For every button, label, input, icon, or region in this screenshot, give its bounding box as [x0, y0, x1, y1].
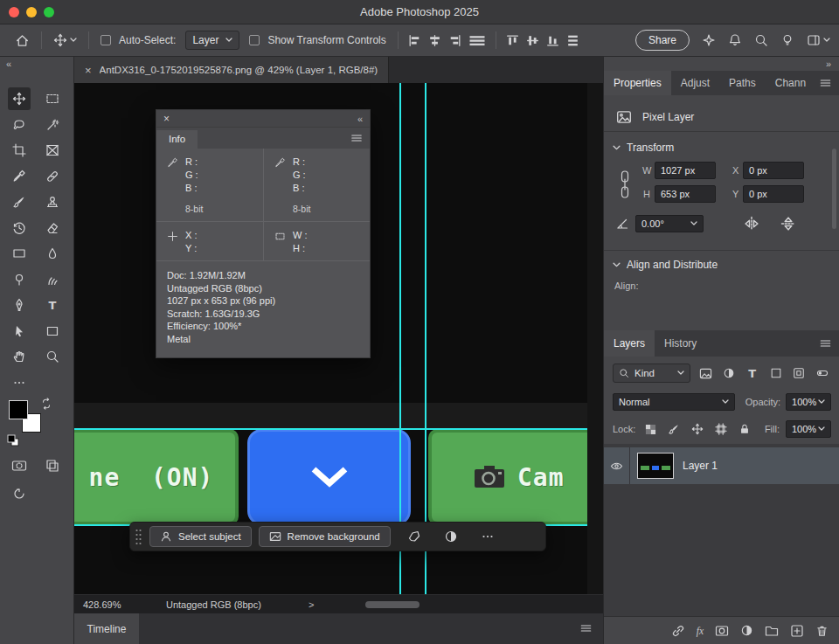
- collapse-panels-icon[interactable]: »: [826, 59, 831, 69]
- pen-tool[interactable]: [8, 294, 31, 316]
- path-selection-tool[interactable]: [8, 320, 31, 343]
- tab-channels[interactable]: Chann: [766, 71, 815, 95]
- default-colors-icon[interactable]: [7, 434, 19, 449]
- eyedropper-tool[interactable]: [8, 165, 31, 188]
- clone-stamp-tool[interactable]: [41, 190, 64, 213]
- quick-mask-button[interactable]: [8, 454, 31, 477]
- opacity-dropdown[interactable]: 100%: [786, 393, 831, 411]
- collapse-panel-icon[interactable]: «: [357, 114, 363, 124]
- tool-preset-button[interactable]: [51, 31, 80, 50]
- width-field[interactable]: 1027 px: [655, 162, 716, 179]
- horizontal-scrollbar[interactable]: [365, 601, 420, 608]
- tab-adjustments[interactable]: Adjust: [671, 71, 719, 95]
- filter-shape-layers-button[interactable]: [767, 364, 785, 382]
- bit-depth[interactable]: 8-bit: [185, 204, 258, 214]
- align-middle-vertical-icon[interactable]: [525, 33, 540, 48]
- height-field[interactable]: 653 px: [655, 185, 716, 203]
- tab-layers[interactable]: Layers: [604, 330, 655, 357]
- lasso-tool[interactable]: [8, 114, 31, 136]
- crop-tool[interactable]: [8, 139, 31, 162]
- auto-select-target-dropdown[interactable]: Layer: [185, 31, 239, 50]
- document-tab[interactable]: × AntDX316_0-1752019525876.png @ 429% (L…: [74, 57, 389, 83]
- drag-handle-icon[interactable]: [135, 528, 142, 545]
- filter-kind-dropdown[interactable]: Kind: [613, 364, 690, 383]
- rectangular-marquee-tool[interactable]: [41, 87, 64, 110]
- trash-icon[interactable]: [815, 624, 829, 638]
- eraser-tool[interactable]: [41, 217, 64, 239]
- eyedropper-icon[interactable]: [167, 157, 178, 169]
- guide-vertical[interactable]: [399, 83, 401, 594]
- foreground-color-swatch[interactable]: [9, 400, 28, 419]
- bit-depth[interactable]: 8-bit: [293, 204, 364, 214]
- layer-visibility-toggle[interactable]: [604, 447, 630, 484]
- link-icon[interactable]: [671, 624, 685, 638]
- rotation-angle-dropdown[interactable]: 0.00°: [635, 215, 704, 232]
- search-icon[interactable]: [754, 33, 768, 47]
- filter-type-layers-button[interactable]: T: [744, 364, 761, 382]
- close-tab-icon[interactable]: ×: [85, 64, 92, 77]
- move-tool[interactable]: [8, 87, 31, 110]
- lock-position-button[interactable]: [689, 420, 706, 438]
- guide-vertical[interactable]: [425, 83, 426, 594]
- lock-artboard-button[interactable]: [712, 420, 730, 438]
- tab-info[interactable]: Info: [156, 130, 198, 149]
- filter-smart-objects-button[interactable]: [790, 364, 808, 382]
- panel-menu-button[interactable]: [819, 71, 839, 95]
- align-right-icon[interactable]: [447, 33, 462, 48]
- zoom-tool[interactable]: [41, 345, 64, 368]
- tab-properties[interactable]: Properties: [604, 71, 671, 95]
- canvas[interactable]: ne (ON) Cam ×: [74, 83, 603, 594]
- blur-tool[interactable]: [41, 242, 64, 265]
- align-top-icon[interactable]: [505, 33, 520, 48]
- bell-icon[interactable]: [728, 33, 742, 47]
- brush-tool[interactable]: [8, 190, 31, 213]
- status-options-chevron[interactable]: >: [309, 599, 314, 610]
- eyedropper-icon[interactable]: [274, 157, 286, 169]
- lightbulb-icon[interactable]: [780, 33, 794, 47]
- show-transform-controls-checkbox[interactable]: Show Transform Controls: [246, 31, 388, 49]
- more-tools-button[interactable]: [8, 371, 31, 394]
- info-panel-header[interactable]: × «: [156, 110, 370, 128]
- frame-tool[interactable]: [41, 139, 64, 162]
- workspace-toggle[interactable]: [807, 33, 830, 47]
- edit-in-modeler-button[interactable]: [8, 482, 31, 505]
- object-selection-tool[interactable]: [41, 114, 64, 136]
- filter-adjustment-layers-button[interactable]: [720, 364, 738, 382]
- folder-icon[interactable]: [765, 624, 779, 638]
- hand-tool[interactable]: [8, 345, 31, 368]
- lock-pixels-button[interactable]: [665, 420, 683, 438]
- star-icon[interactable]: [702, 33, 716, 47]
- type-tool[interactable]: T: [41, 294, 64, 316]
- zoom-level-field[interactable]: 428.69%: [83, 599, 121, 610]
- link-dimensions-icon[interactable]: [618, 164, 632, 204]
- lock-transparent-button[interactable]: [641, 420, 659, 438]
- panel-menu-button[interactable]: [819, 330, 839, 357]
- align-bottom-icon[interactable]: [545, 33, 560, 48]
- mask-icon[interactable]: [715, 624, 729, 638]
- x-field[interactable]: 0 px: [743, 162, 804, 179]
- layer-thumbnail[interactable]: [637, 453, 674, 479]
- blend-mode-dropdown[interactable]: Normal: [613, 393, 735, 411]
- more-options-button[interactable]: [476, 526, 499, 547]
- gradient-tool[interactable]: [8, 242, 31, 265]
- rectangle-shape-tool[interactable]: [41, 320, 64, 343]
- distribute-vertical-icon[interactable]: [565, 33, 580, 48]
- polygon-lasso-button[interactable]: [403, 526, 426, 547]
- flip-horizontal-button[interactable]: [742, 215, 761, 235]
- tab-timeline[interactable]: Timeline: [74, 613, 139, 644]
- healing-brush-tool[interactable]: [41, 165, 64, 188]
- flip-vertical-button[interactable]: [779, 215, 798, 235]
- tab-history[interactable]: History: [655, 330, 706, 357]
- remove-background-button[interactable]: Remove background: [259, 526, 391, 547]
- dodge-tool[interactable]: [8, 268, 31, 291]
- close-panel-icon[interactable]: ×: [163, 113, 170, 125]
- share-button[interactable]: Share: [635, 30, 690, 51]
- transform-section-header[interactable]: Transform: [604, 137, 839, 158]
- auto-select-checkbox[interactable]: Auto-Select:: [98, 31, 178, 49]
- screen-mode-button[interactable]: [41, 454, 64, 477]
- home-button[interactable]: [12, 31, 32, 51]
- adjustment-icon[interactable]: [740, 624, 753, 637]
- align-center-horizontal-icon[interactable]: [427, 33, 442, 48]
- adjustment-button[interactable]: [440, 526, 462, 547]
- align-left-icon[interactable]: [407, 33, 422, 48]
